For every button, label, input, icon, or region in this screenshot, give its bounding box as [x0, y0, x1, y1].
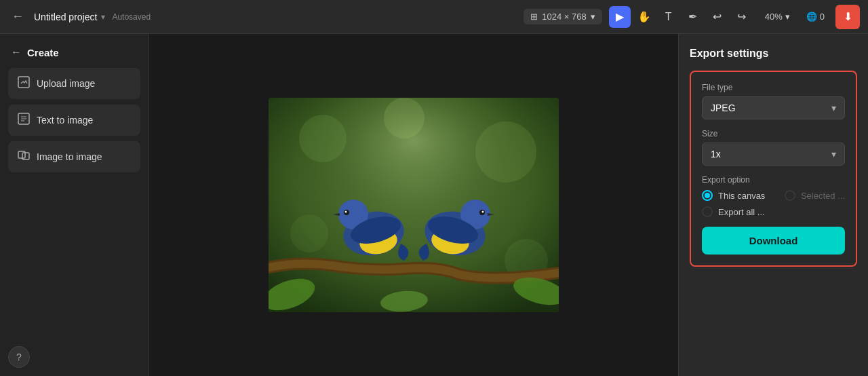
upload-image-label: Upload image	[37, 78, 95, 89]
this-canvas-label: This canvas	[718, 191, 765, 201]
autosaved-status: Autosaved	[112, 12, 151, 22]
create-back-arrow: ←	[11, 46, 22, 58]
size-chevron: ▾	[831, 149, 836, 159]
export-settings-section: File type JPEG ▾ Size 1x ▾ Export option	[690, 71, 857, 267]
canvas-area[interactable]	[149, 34, 678, 376]
download-button[interactable]: Download	[702, 227, 845, 255]
text-tool-button[interactable]: T	[658, 6, 679, 28]
collab-icon: 🌐	[806, 12, 817, 22]
pen-icon: ✒	[688, 10, 697, 23]
canvas-size-value: 1024 × 768	[542, 12, 586, 22]
text-icon: T	[665, 11, 672, 23]
back-button[interactable]: ←	[8, 7, 27, 26]
image-to-image-button[interactable]: Image to image	[8, 141, 140, 172]
collab-count: 0	[820, 12, 825, 22]
canvas-image	[269, 98, 559, 312]
select-icon: ▶	[616, 10, 624, 23]
size-label: Size	[702, 129, 845, 138]
text-to-image-button[interactable]: Text to image	[8, 105, 140, 136]
zoom-control[interactable]: 40% ▾	[760, 9, 795, 24]
canvas-size-selector[interactable]: ⊞ 1024 × 768 ▾	[524, 9, 601, 24]
text-to-image-label: Text to image	[37, 115, 93, 126]
sidebar-bottom: ?	[8, 346, 140, 368]
undo-icon: ↩	[713, 10, 722, 23]
undo-button[interactable]: ↩	[707, 6, 728, 28]
pan-tool-button[interactable]: ✋	[633, 6, 655, 28]
zoom-value: 40%	[765, 12, 783, 22]
export-option-row-0: This canvas Selected ...	[702, 190, 845, 201]
upload-image-button[interactable]: Upload image	[8, 68, 140, 99]
create-label: Create	[27, 47, 59, 58]
svg-point-6	[299, 115, 347, 162]
topbar-right: 40% ▾ 🌐 0 ⬇	[760, 5, 860, 29]
size-field: Size 1x ▾	[702, 129, 845, 166]
size-select[interactable]: 1x ▾	[702, 143, 845, 166]
svg-point-15	[345, 211, 347, 213]
file-type-select[interactable]: JPEG ▾	[702, 96, 845, 119]
left-sidebar: ← Create Upload image Text to image	[0, 34, 149, 376]
topbar-download-button[interactable]: ⬇	[835, 5, 860, 29]
collab-button[interactable]: 🌐 0	[801, 9, 830, 24]
file-type-field: File type JPEG ▾	[702, 83, 845, 119]
upload-image-icon	[18, 76, 30, 91]
redo-button[interactable]: ↪	[731, 6, 753, 28]
canvas-size-chevron: ▾	[591, 12, 595, 22]
pen-tool-button[interactable]: ✒	[682, 6, 704, 28]
main-area: ← Create Upload image Text to image	[0, 34, 868, 376]
file-type-label: File type	[702, 83, 845, 92]
project-title-area: Untitled project ▾	[34, 12, 105, 22]
toolbar-tools: ▶ ✋ T ✒ ↩ ↪	[609, 6, 753, 28]
export-radio-group: This canvas Selected ... Export all ...	[702, 190, 845, 217]
export-title: Export settings	[690, 48, 857, 60]
help-button[interactable]: ?	[8, 346, 30, 368]
svg-point-8	[384, 98, 425, 138]
project-title-chevron[interactable]: ▾	[101, 12, 105, 22]
file-type-value: JPEG	[711, 102, 736, 113]
image-to-image-label: Image to image	[37, 151, 102, 162]
zoom-chevron: ▾	[785, 12, 790, 22]
create-header: ← Create	[8, 42, 140, 62]
svg-point-9	[290, 214, 328, 252]
export-option-field: Export option This canvas Selected ...	[702, 175, 845, 217]
select-tool-button[interactable]: ▶	[609, 6, 631, 28]
export-all-row: Export all ...	[702, 206, 845, 217]
this-canvas-row: This canvas Selected ...	[718, 190, 845, 201]
size-value: 1x	[711, 149, 721, 159]
download-icon: ⬇	[844, 10, 852, 23]
pan-icon: ✋	[637, 10, 651, 23]
svg-point-7	[475, 121, 536, 183]
export-all-radio[interactable]	[702, 206, 713, 217]
help-icon: ?	[16, 352, 22, 362]
selected-radio[interactable]	[785, 190, 795, 201]
this-canvas-radio[interactable]	[702, 190, 713, 201]
export-option-label: Export option	[702, 175, 845, 185]
image-to-image-icon	[18, 149, 30, 164]
export-all-label: Export all ...	[718, 207, 765, 217]
topbar: ← Untitled project ▾ Autosaved ⊞ 1024 × …	[0, 0, 868, 34]
svg-point-22	[482, 211, 484, 213]
export-panel: Export settings File type JPEG ▾ Size 1x…	[678, 34, 868, 376]
canvas-size-icon: ⊞	[530, 12, 538, 22]
project-title: Untitled project	[34, 12, 97, 22]
redo-icon: ↪	[737, 10, 746, 23]
text-to-image-icon	[18, 113, 30, 128]
file-type-chevron: ▾	[831, 102, 836, 113]
selected-label: Selected ...	[801, 191, 845, 201]
